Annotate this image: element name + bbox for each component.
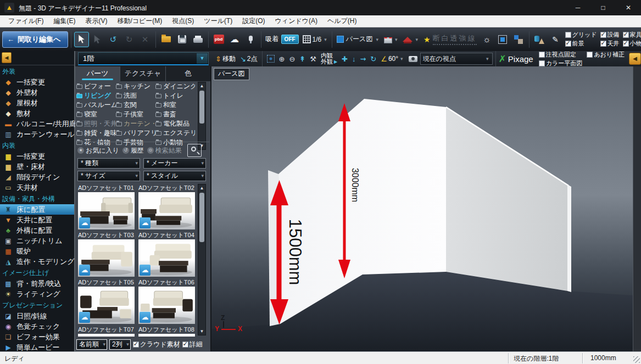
sidebar-item-before-effect[interactable]: ❏ビフォー効果 <box>0 332 74 342</box>
sidebar-item-lighting[interactable]: ☀ライティング <box>0 289 74 299</box>
sidebar-item-paving[interactable]: ◆敷材 <box>0 108 74 119</box>
grid-scale-dropdown[interactable]: 1/6 ▾ <box>302 32 329 47</box>
floor-select-dropdown[interactable]: 1階 ▼ <box>78 52 209 65</box>
collapse-sidebar-button[interactable]: ◀ <box>2 52 12 63</box>
category-before[interactable]: ビフォー <box>76 82 116 91</box>
toggle-ceiling[interactable]: 天井 <box>600 40 620 48</box>
view-settings-button[interactable]: ⚒ <box>308 52 318 65</box>
display-style-dropdown[interactable]: ▾ <box>382 32 400 47</box>
parts-item[interactable]: ADソファセットT05 ☁ <box>78 278 136 326</box>
search-results-tab[interactable]: ⊙検索結果 <box>147 146 182 155</box>
pan-view-button[interactable]: ✚ <box>340 52 349 65</box>
category-dining[interactable]: ダイニング <box>155 82 195 91</box>
tab-parts[interactable]: パーツ <box>75 66 120 81</box>
menu-settings[interactable]: 設定(O) <box>237 15 270 27</box>
menu-window[interactable]: ウィンドウ(A) <box>270 15 322 27</box>
category-bathroom[interactable]: バスルーム <box>76 100 116 110</box>
sidebar-item-sunlight[interactable]: ◪日照/斜線 <box>0 311 74 321</box>
undo-button[interactable]: ↺ <box>106 32 121 47</box>
toggle-fixed-lookat[interactable]: 注視点固定 <box>539 51 583 59</box>
category-kitchen[interactable]: キッチン <box>116 82 155 91</box>
item-thumbnail[interactable]: ☁ <box>138 192 195 229</box>
pixage-button[interactable]: ✗ Pixage <box>499 53 533 65</box>
category-study[interactable]: 書斎 <box>155 110 195 119</box>
menu-help[interactable]: ヘルプ(H) <box>322 15 362 27</box>
redo-button[interactable]: ↻ <box>122 32 137 47</box>
menu-edit[interactable]: 編集(E) <box>48 15 80 27</box>
sidebar-item-balcony[interactable]: ▬バルコニー/共用廊下 <box>0 119 74 129</box>
sidebar-item-niche-trim[interactable]: ▣ニッチ/トリム <box>0 236 74 246</box>
sidebar-item-ceiling-material[interactable]: ▭天井材 <box>0 182 74 193</box>
primitive-shapes-button[interactable] <box>532 32 547 47</box>
menu-move-copy[interactable]: 移動/コピー(M) <box>112 15 167 27</box>
category-appliances[interactable]: 電化製品 <box>155 119 195 128</box>
sidebar-item-wall-floor[interactable]: ▆壁・床材 <box>0 161 74 172</box>
sidebar-item-interior-batch[interactable]: ▆一括変更 <box>0 151 74 161</box>
sort-order-dropdown[interactable]: 名前順 <box>76 339 107 350</box>
voice-input-button[interactable] <box>243 32 258 47</box>
scroll-up-icon[interactable]: ▲ <box>198 184 205 192</box>
measure-button[interactable]: ✎ <box>548 32 563 47</box>
move-camera-button[interactable]: ⇕移動 <box>214 52 237 65</box>
orbit-button[interactable]: ↻ <box>369 52 378 65</box>
view-angle-dropdown[interactable]: ∠60°▾ <box>379 52 405 65</box>
toggle-cloud-material[interactable]: クラウド素材 <box>133 340 180 349</box>
item-thumbnail[interactable]: ☁ <box>138 287 195 324</box>
sidebar-item-fireplace[interactable]: ▦暖炉 <box>0 246 74 256</box>
interior-exterior-toggle[interactable]: 内観 外観▶ <box>319 52 339 65</box>
sidebar-item-place-on-ceiling[interactable]: ▼天井に配置 <box>0 215 74 225</box>
search-button[interactable] <box>187 144 202 157</box>
selection-frame-button[interactable] <box>495 32 510 47</box>
sidebar-item-stairs[interactable]: ◢階段デザイン <box>0 172 74 182</box>
cloud-upload-button[interactable]: ☁ <box>227 32 242 47</box>
eye-height-button[interactable]: ↟ <box>298 52 307 65</box>
category-bedroom[interactable]: 寝室 <box>76 110 116 119</box>
category-curtain-rug[interactable]: カーテン・ラグ <box>116 119 155 128</box>
sidebar-item-exterior-wall[interactable]: ◆外壁材 <box>0 87 74 98</box>
scrollbar-thumb[interactable] <box>199 193 204 242</box>
parts-item[interactable]: ADソファセットT08 <box>138 326 196 337</box>
sidebar-item-color-check[interactable]: ◉色覚チェック <box>0 321 74 332</box>
fit-view-button[interactable] <box>265 52 276 65</box>
category-barrier-free[interactable]: バリアフリー <box>116 128 155 138</box>
viewpoint-dropdown[interactable]: 現在の視点 ▾ <box>420 53 493 65</box>
select-tool-button[interactable] <box>74 32 89 47</box>
minimize-button[interactable]: ─ <box>565 0 590 15</box>
filter-maker-dropdown[interactable]: * メーカー <box>143 158 206 169</box>
category-entrance[interactable]: 玄関 <box>116 100 155 110</box>
scroll-down-icon[interactable]: ▼ <box>198 328 205 335</box>
two-point-button[interactable]: ↘2点 <box>238 52 259 65</box>
toggle-small-items[interactable]: 小物 <box>623 40 641 48</box>
snap-toggle[interactable]: 吸着 OFF <box>264 35 300 44</box>
sidebar-item-curtain-wall[interactable]: ▥カーテンウォール <box>0 129 74 139</box>
toggle-keystone-correction[interactable]: あおり補正 <box>587 51 625 59</box>
item-thumbnail[interactable] <box>138 334 195 337</box>
sidebar-item-exterior-batch[interactable]: ◆一括変更 <box>0 77 74 87</box>
menu-file[interactable]: ファイル(F) <box>3 15 48 27</box>
item-thumbnail[interactable]: ☁ <box>78 287 135 324</box>
layout-view-button[interactable] <box>511 32 526 47</box>
snapshot-button[interactable] <box>407 52 419 65</box>
category-exterior-parts[interactable]: エクステリア <box>155 128 195 138</box>
multi-select-tool-button[interactable] <box>90 32 105 47</box>
favorites-tab[interactable]: ★お気に入り <box>77 146 119 155</box>
category-goods-hobby[interactable]: 雑貨・趣味 <box>76 128 116 138</box>
category-japanese-room[interactable]: 和室 <box>155 100 195 110</box>
filter-style-dropdown[interactable]: * スタイル <box>143 171 206 181</box>
roof-display-dropdown[interactable]: ▾ <box>401 32 421 47</box>
filter-type-dropdown[interactable]: * 種類 <box>77 158 140 169</box>
item-thumbnail[interactable] <box>78 334 135 337</box>
delete-button[interactable]: ✕ <box>138 32 153 47</box>
zoom-out-button[interactable]: ⊖ <box>287 52 297 65</box>
maximize-button[interactable]: □ <box>590 0 616 15</box>
parts-item[interactable]: ADソファセットT02 ☁ <box>138 184 196 231</box>
parts-item[interactable]: ADソファセットT03 ☁ <box>78 231 136 278</box>
sidebar-item-place-on-floor[interactable]: ♜床に配置 <box>0 204 74 215</box>
save-button[interactable] <box>175 32 189 47</box>
open-file-button[interactable] <box>159 32 174 47</box>
category-lighting[interactable]: 照明・天井器具 <box>76 119 116 128</box>
parts-item[interactable]: ADソファセットT04 ☁ <box>138 231 196 278</box>
item-thumbnail[interactable]: ☁ <box>78 192 135 229</box>
pbd-export-button[interactable]: pbd <box>211 32 226 47</box>
toggle-color-floorplan[interactable]: カラー平面図 <box>539 59 583 67</box>
